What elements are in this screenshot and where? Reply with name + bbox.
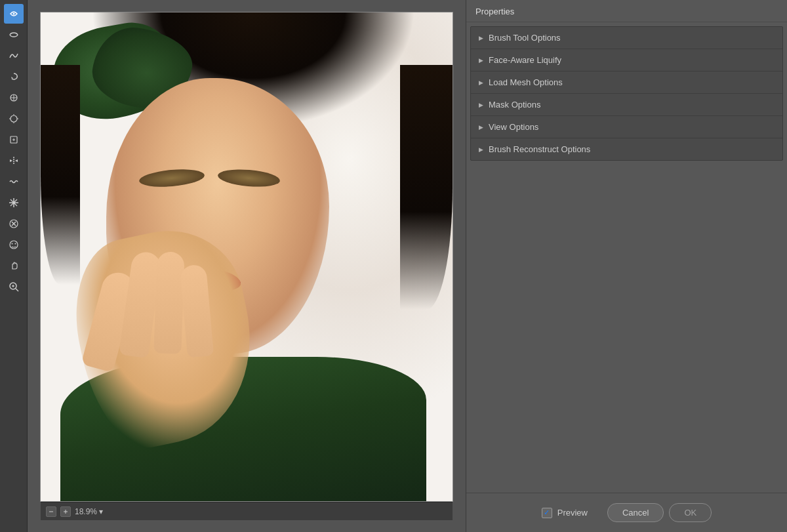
properties-title: Properties — [466, 0, 787, 22]
tool-hand[interactable] — [4, 256, 24, 276]
accordion-item-face-aware[interactable]: ▶ Face-Aware Liquify — [471, 49, 782, 72]
accordion-label-brush-tool: Brush Tool Options — [489, 33, 561, 43]
accordion-arrow-mask: ▶ — [479, 102, 483, 108]
tool-twirl-cw[interactable] — [4, 67, 24, 87]
panel-empty-space — [466, 165, 787, 493]
dialog-buttons: Cancel OK — [607, 503, 712, 522]
accordion-arrow-view: ▶ — [479, 124, 483, 131]
accordion-header-brush-tool[interactable]: ▶ Brush Tool Options — [471, 27, 782, 49]
tool-freeze-mask[interactable] — [4, 193, 24, 213]
accordion-label-mask: Mask Options — [489, 100, 540, 110]
preview-control: Preview — [542, 508, 588, 518]
preview-label: Preview — [557, 508, 588, 518]
accordion-label-face-aware: Face-Aware Liquify — [489, 55, 561, 65]
tool-warp[interactable] — [4, 4, 24, 24]
tool-turbulence[interactable] — [4, 172, 24, 192]
svg-point-22 — [11, 243, 12, 245]
svg-point-0 — [12, 13, 14, 15]
bottom-area: Preview Cancel OK — [466, 493, 787, 532]
properties-panel: Properties ▶ Brush Tool Options ▶ Face-A… — [466, 0, 787, 493]
svg-line-25 — [16, 289, 18, 291]
preview-checkbox[interactable] — [542, 508, 552, 518]
accordion-label-load-mesh: Load Mesh Options — [489, 77, 563, 87]
main-area: 18.9% ▾ Properties ▶ Brush Tool Options — [0, 0, 787, 532]
cancel-button[interactable]: Cancel — [607, 503, 664, 522]
canvas-area: 18.9% ▾ — [28, 0, 466, 532]
tool-reconstruct[interactable] — [4, 25, 24, 45]
tool-smooth[interactable] — [4, 46, 24, 66]
tool-face-aware[interactable] — [4, 235, 24, 255]
accordion-header-face-aware[interactable]: ▶ Face-Aware Liquify — [471, 49, 782, 71]
svg-point-6 — [10, 115, 17, 122]
tool-pucker[interactable] — [4, 88, 24, 108]
canvas-image — [41, 12, 453, 501]
svg-point-23 — [14, 243, 16, 245]
accordion-list: ▶ Brush Tool Options ▶ Face-Aware Liquif… — [470, 26, 783, 161]
accordion-item-load-mesh[interactable]: ▶ Load Mesh Options — [471, 72, 782, 94]
accordion-label-brush-reconstruct: Brush Reconstruct Options — [489, 144, 590, 154]
accordion-item-mask[interactable]: ▶ Mask Options — [471, 94, 782, 116]
accordion-item-brush-reconstruct[interactable]: ▶ Brush Reconstruct Options — [471, 138, 782, 160]
toolbar — [0, 0, 28, 532]
svg-rect-28 — [49, 511, 53, 512]
zoom-percentage: 18.9% — [75, 507, 97, 516]
zoom-dropdown-arrow[interactable]: ▾ — [99, 507, 103, 516]
accordion-item-brush-tool[interactable]: ▶ Brush Tool Options — [471, 27, 782, 49]
zoom-display: 18.9% ▾ — [75, 507, 103, 516]
accordion-arrow-brush-tool: ▶ — [479, 35, 483, 41]
accordion-header-brush-reconstruct[interactable]: ▶ Brush Reconstruct Options — [471, 138, 782, 160]
accordion-arrow-face-aware: ▶ — [479, 57, 483, 64]
accordion-header-mask[interactable]: ▶ Mask Options — [471, 94, 782, 115]
accordion-arrow-brush-reconstruct: ▶ — [479, 146, 483, 153]
tool-mirror[interactable] — [4, 151, 24, 171]
accordion-arrow-load-mesh: ▶ — [479, 79, 483, 86]
tool-push-left[interactable] — [4, 130, 24, 150]
svg-rect-30 — [66, 510, 66, 514]
right-panel: Properties ▶ Brush Tool Options ▶ Face-A… — [466, 0, 787, 532]
accordion-header-load-mesh[interactable]: ▶ Load Mesh Options — [471, 72, 782, 93]
accordion-label-view: View Options — [489, 122, 538, 132]
ok-button[interactable]: OK — [669, 503, 712, 522]
zoom-out-button[interactable] — [46, 506, 56, 517]
tool-thaw-mask[interactable] — [4, 214, 24, 234]
accordion-item-view[interactable]: ▶ View Options — [471, 116, 782, 138]
tool-bloat[interactable] — [4, 109, 24, 129]
zoom-in-button[interactable] — [60, 506, 71, 517]
svg-point-17 — [12, 201, 15, 204]
tool-zoom[interactable] — [4, 277, 24, 297]
status-bar: 18.9% ▾ — [41, 502, 453, 520]
accordion-header-view[interactable]: ▶ View Options — [471, 116, 782, 138]
canvas-wrapper — [40, 12, 453, 502]
